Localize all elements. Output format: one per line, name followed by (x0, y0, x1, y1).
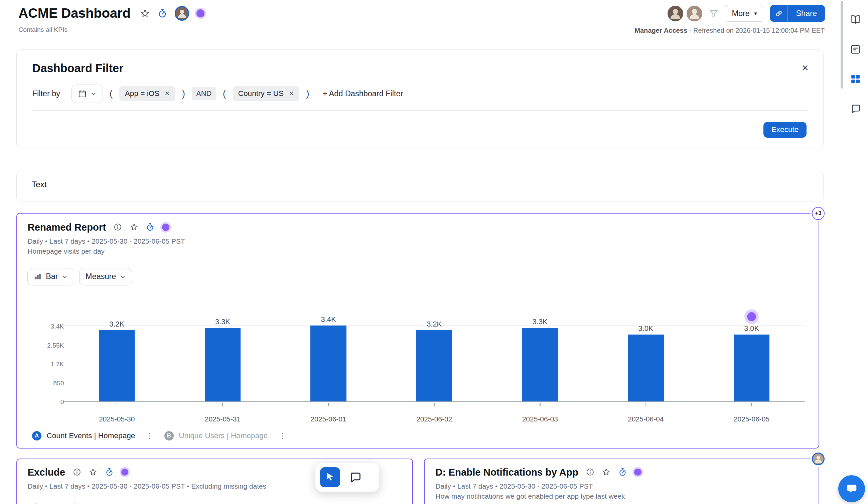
timer-icon[interactable] (146, 223, 155, 232)
bar-groups: 3.2K3.3K3.4K3.2K3.3K3.0K3.0K (64, 304, 804, 401)
cursor-tool-button[interactable] (320, 467, 340, 487)
date-filter-select[interactable] (72, 84, 103, 103)
bar-value-label: 3.0K (638, 324, 653, 333)
execute-button[interactable]: Execute (763, 122, 807, 138)
chart-type-select[interactable]: Bar (28, 268, 74, 286)
widgets-icon[interactable] (849, 73, 862, 85)
series-b-label[interactable]: Unique Users | Homepage (179, 431, 268, 440)
more-button[interactable]: More ▾ (725, 5, 764, 22)
chevron-down-icon (62, 274, 68, 280)
close-icon[interactable]: ✕ (802, 63, 809, 73)
timer-icon[interactable] (618, 467, 627, 476)
favorite-star-icon[interactable] (602, 467, 611, 476)
info-icon[interactable] (72, 467, 82, 476)
bar-group: 3.3K (487, 304, 593, 401)
report-title: D: Enable Notifications by App (435, 466, 578, 478)
copy-link-button[interactable] (770, 5, 787, 22)
report-title: Exclude (28, 466, 65, 478)
calendar-icon (78, 89, 87, 98)
axis-tick (328, 403, 329, 405)
axis-tick (117, 403, 117, 405)
notifications-report-card: D: Enable Notifications by App Daily • L… (424, 459, 819, 504)
collaborator-avatar-badge[interactable] (812, 453, 825, 465)
info-icon[interactable] (113, 223, 122, 232)
share-button[interactable]: Share (788, 5, 825, 22)
bar-group: 3.2K (64, 304, 170, 401)
x-tick-label: 2025-05-31 (170, 415, 276, 423)
axis-tick (751, 403, 752, 405)
bar-group: 3.4K (276, 304, 382, 401)
add-dashboard-filter-link[interactable]: + Add Dashboard Filter (323, 89, 403, 98)
filter-chip-country[interactable]: Country = US ✕ (232, 86, 300, 101)
x-axis-labels: 2025-05-302025-05-312025-06-012025-06-02… (64, 406, 804, 423)
bar-chart: 3.4K2.55K1.7K8500 3.2K3.3K3.4K3.2K3.3K3.… (29, 304, 805, 425)
more-label: More (732, 9, 750, 18)
presence-dot (121, 469, 128, 476)
open-paren: ( (222, 89, 227, 99)
notes-icon[interactable] (849, 43, 862, 55)
chart-type-select-partial[interactable] (34, 502, 77, 504)
bar-group: 3.2K (381, 304, 487, 401)
collaborator-cursor-dot (747, 312, 756, 321)
info-icon[interactable] (586, 467, 595, 476)
measure-select[interactable]: Measure (79, 268, 132, 286)
x-tick-label: 2025-06-02 (381, 415, 487, 423)
text-widget-label: Text (32, 180, 47, 189)
kebab-menu-icon[interactable]: ⋮ (278, 431, 286, 441)
y-tick-label: 2.55K (47, 342, 64, 349)
bar[interactable] (310, 326, 346, 401)
remove-chip-icon[interactable]: ✕ (289, 90, 294, 97)
bar-value-label: 3.2K (109, 320, 124, 329)
bar[interactable] (99, 330, 135, 401)
collab-toolbar (316, 463, 379, 492)
comments-panel-icon[interactable] (849, 103, 862, 115)
y-tick-label: 1.7K (51, 361, 64, 368)
report-meta: Daily • Last 7 days • 2025-05-30 - 2025-… (28, 237, 185, 245)
bar[interactable] (734, 335, 769, 401)
collaborators-count-badge[interactable]: +3 (812, 207, 825, 220)
bar-value-label: 3.3K (215, 318, 230, 326)
tick-cell (593, 403, 699, 405)
support-chat-fab[interactable] (838, 475, 865, 502)
series-b-badge[interactable]: B (164, 431, 174, 441)
chevron-down-icon: ▾ (754, 10, 757, 17)
text-widget-card[interactable]: Text (17, 171, 824, 202)
bar[interactable] (205, 328, 240, 401)
filter-chip-app[interactable]: App = iOS ✕ (119, 86, 175, 101)
x-axis: 2025-05-302025-05-312025-06-012025-06-02… (64, 403, 804, 423)
comment-tool-button[interactable] (349, 471, 362, 484)
series-a-badge[interactable]: A (32, 431, 42, 441)
access-level: Manager Access (634, 27, 687, 34)
bar-group: 3.3K (170, 304, 276, 401)
divider (32, 110, 808, 111)
timer-icon[interactable] (157, 8, 167, 18)
viewer-avatar[interactable] (668, 6, 683, 21)
favorite-star-icon[interactable] (89, 467, 97, 476)
share-group: Share (770, 5, 825, 22)
presence-dot (634, 469, 641, 476)
timer-icon[interactable] (105, 467, 114, 476)
collaborator-avatar[interactable] (175, 6, 189, 21)
bar[interactable] (522, 328, 558, 401)
chip-label: App = iOS (125, 89, 160, 98)
series-a-label[interactable]: Count Events | Homepage (46, 431, 135, 440)
favorite-star-icon[interactable] (140, 8, 150, 18)
chat-bubble-icon (846, 483, 858, 495)
axis-tick (645, 403, 647, 405)
axis-tick (434, 403, 435, 405)
bar[interactable] (416, 330, 452, 401)
notebook-reader-icon[interactable] (849, 13, 862, 26)
page-title: ACME Dashboard (18, 6, 130, 21)
remove-chip-icon[interactable]: ✕ (165, 90, 170, 97)
bar-group: 3.0K (593, 304, 699, 401)
viewer-avatar[interactable] (686, 6, 702, 21)
favorite-star-icon[interactable] (130, 223, 139, 232)
close-paren: ) (181, 89, 186, 99)
chart-legend: A Count Events | Homepage ⋮ B Unique Use… (32, 431, 297, 441)
kebab-menu-icon[interactable]: ⋮ (146, 431, 153, 441)
chevron-down-icon (120, 274, 126, 280)
bar[interactable] (628, 335, 663, 401)
filter-funnel-icon[interactable] (709, 8, 719, 18)
tick-cell (487, 403, 593, 405)
x-tick-label: 2025-05-30 (64, 415, 170, 423)
